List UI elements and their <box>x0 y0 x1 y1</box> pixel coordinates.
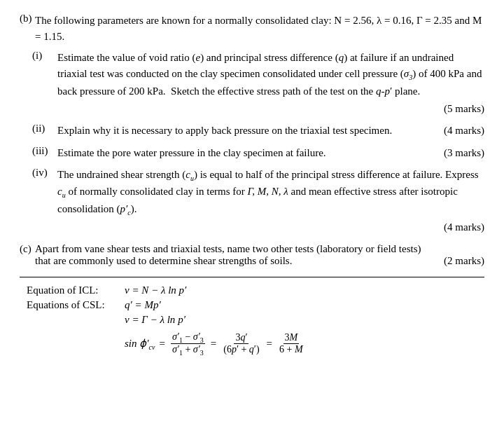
sub-part-iv: (iv) The undrained shear strength (cu) i… <box>20 167 484 236</box>
equals-1: = <box>159 338 164 350</box>
marks-i: (5 marks) <box>57 101 484 117</box>
equals-3: = <box>267 338 272 350</box>
icl-equation: v = N − λ ln p′ <box>125 284 186 296</box>
part-b-intro: The following parameters are known for a… <box>35 13 484 44</box>
sub-label-i: (i) <box>32 50 57 62</box>
sin-text: sin ϕ′cv <box>125 337 155 351</box>
fraction-2: 3q′ (6p′ + q′) <box>222 332 260 355</box>
equals-2: = <box>211 338 216 350</box>
part-c-content: Apart from vane shear tests and triaxial… <box>35 243 484 267</box>
csl-label: Equations of CSL: <box>27 299 125 311</box>
sub-part-iii: (iii) Estimate the pore water pressure i… <box>20 145 484 161</box>
part-c-section: (c) Apart from vane shear tests and tria… <box>20 243 484 267</box>
sub-content-ii: Explain why it is necessary to apply bac… <box>57 123 484 139</box>
sin-equation: sin ϕ′cv = σ′1 − σ′3 σ′1 + σ′3 = 3q′ (6p… <box>125 331 306 357</box>
equations-section: Equation of ICL: v = N − λ ln p′ Equatio… <box>20 284 484 357</box>
sub-content-i: Estimate the value of void ratio (e) and… <box>57 50 484 117</box>
sub-part-i: (i) Estimate the value of void ratio (e)… <box>20 50 484 117</box>
marks-iv: (4 marks) <box>57 219 484 235</box>
part-c-label: (c) <box>20 243 35 255</box>
sub-content-iii: Estimate the pore water pressure in the … <box>57 145 484 161</box>
sin-eq-row: sin ϕ′cv = σ′1 − σ′3 σ′1 + σ′3 = 3q′ (6p… <box>27 329 484 357</box>
marks-c: (2 marks) <box>428 255 484 267</box>
icl-row: Equation of ICL: v = N − λ ln p′ <box>27 284 484 296</box>
icl-label: Equation of ICL: <box>27 284 125 296</box>
frac1-den: σ′1 + σ′3 <box>171 344 205 357</box>
sub-label-iii: (iii) <box>32 145 57 157</box>
csl-row-2: v = Γ − λ ln p′ <box>27 314 484 326</box>
sub-label-iv: (iv) <box>32 167 57 179</box>
frac2-den: (6p′ + q′) <box>222 344 260 355</box>
part-b-label: (b) <box>20 13 35 25</box>
csl-eq1: q′ = Mp′ <box>125 299 161 311</box>
frac3-den: 6 + M <box>278 344 304 355</box>
marks-iii: (3 marks) <box>428 145 484 161</box>
marks-ii: (4 marks) <box>428 123 484 139</box>
sub-label-ii: (ii) <box>32 123 57 135</box>
part-b-section: (b) The following parameters are known f… <box>20 13 484 236</box>
sub-part-ii: (ii) Explain why it is necessary to appl… <box>20 123 484 139</box>
fraction-1: σ′1 − σ′3 σ′1 + σ′3 <box>171 331 205 357</box>
divider <box>20 277 484 277</box>
frac2-num: 3q′ <box>234 332 248 344</box>
frac3-num: 3M <box>284 332 300 344</box>
csl-eq2: v = Γ − λ ln p′ <box>125 314 186 326</box>
frac1-num: σ′1 − σ′3 <box>171 331 205 345</box>
fraction-3: 3M 6 + M <box>278 332 304 355</box>
sub-content-iv: The undrained shear strength (cu) is equ… <box>57 167 484 236</box>
csl-row-1: Equations of CSL: q′ = Mp′ <box>27 299 484 311</box>
